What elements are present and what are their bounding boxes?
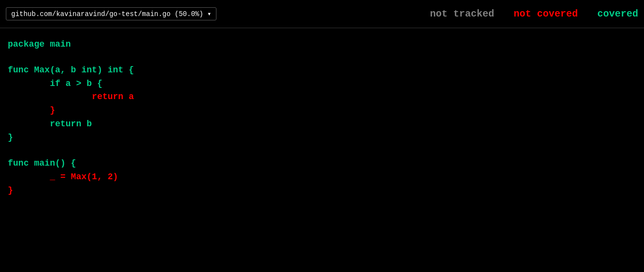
code-area: package mainfunc Max(a, b int) int { if … [0,28,644,272]
code-line: func main() { [8,157,636,170]
chevron-down-icon: ▾ [207,10,211,18]
code-line: } [8,104,636,118]
code-empty-line [8,145,636,157]
file-selector-label: github.com/kavinaravind/go-test/main.go … [11,10,203,18]
legend-not-tracked: not tracked [430,8,494,19]
header: github.com/kavinaravind/go-test/main.go … [0,0,644,28]
code-line: _ = Max(1, 2) [8,170,636,184]
legend-covered: covered [597,8,638,19]
code-line: } [8,131,636,145]
code-line: package main [8,38,636,51]
file-selector[interactable]: github.com/kavinaravind/go-test/main.go … [6,7,216,20]
code-line: } [8,184,636,198]
code-line: if a > b { [8,77,636,91]
legend-not-covered: not covered [514,8,578,19]
code-empty-line [8,51,636,64]
code-line: func Max(a, b int) int { [8,64,636,77]
legend: not tracked not covered covered [430,8,638,19]
code-line: return a [8,90,636,104]
code-line: return b [8,118,636,131]
